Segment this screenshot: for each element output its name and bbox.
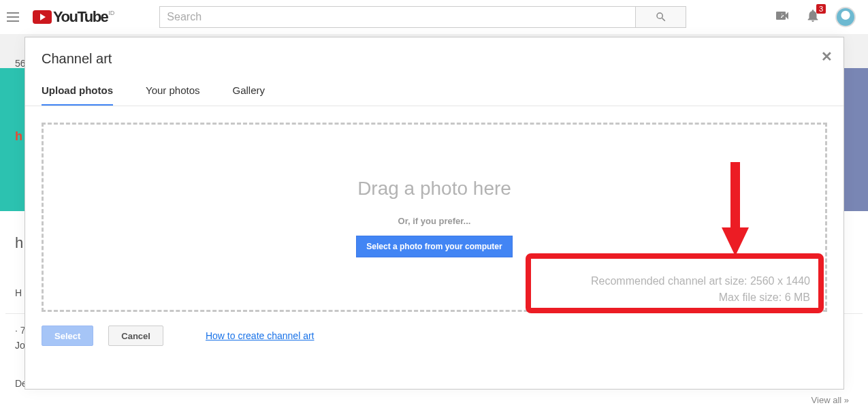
bg-view-all-link[interactable]: View all » <box>811 395 849 405</box>
select-button[interactable]: Select <box>42 326 93 346</box>
or-text: Or, if you prefer... <box>398 216 471 226</box>
tab-your-photos[interactable]: Your photos <box>146 84 200 106</box>
close-icon[interactable]: ✕ <box>821 48 833 65</box>
youtube-logo[interactable]: YouTube ID <box>33 8 108 26</box>
youtube-wordmark: YouTube <box>53 8 108 26</box>
channel-art-modal: Channel art ✕ Upload photos Your photos … <box>25 37 844 390</box>
drag-instruction: Drag a photo here <box>357 178 511 200</box>
select-photo-button[interactable]: Select a photo from your computer <box>356 236 512 257</box>
tab-upload-photos[interactable]: Upload photos <box>42 84 113 106</box>
help-link[interactable]: How to create channel art <box>206 330 315 341</box>
recommended-size-text: Recommended channel art size: 2560 x 144… <box>591 273 810 289</box>
svg-marker-0 <box>40 14 46 20</box>
avatar[interactable] <box>835 7 856 27</box>
cancel-button[interactable]: Cancel <box>108 326 163 346</box>
tab-gallery[interactable]: Gallery <box>233 84 266 106</box>
bg-channel-initial: h <box>15 234 23 252</box>
size-recommendation: Recommended channel art size: 2560 x 144… <box>591 273 810 306</box>
bg-home-initial: H <box>15 287 22 298</box>
region-code: ID <box>108 10 114 16</box>
max-file-size-text: Max file size: 6 MB <box>591 289 810 306</box>
upload-video-icon[interactable] <box>774 7 790 27</box>
search-input[interactable] <box>159 6 636 28</box>
hamburger-menu-icon[interactable] <box>7 9 23 25</box>
svg-rect-2 <box>779 14 783 16</box>
notification-count-badge: 3 <box>816 4 826 14</box>
search-icon <box>655 11 667 23</box>
search-button[interactable] <box>636 6 686 28</box>
modal-title: Channel art <box>42 51 827 67</box>
notification-bell-icon[interactable]: 3 <box>805 8 820 26</box>
play-icon <box>33 10 52 24</box>
bg-banner-letter: h <box>15 129 22 144</box>
upload-dropzone[interactable]: Drag a photo here Or, if you prefer... S… <box>42 123 827 312</box>
modal-tabs: Upload photos Your photos Gallery <box>25 72 843 106</box>
